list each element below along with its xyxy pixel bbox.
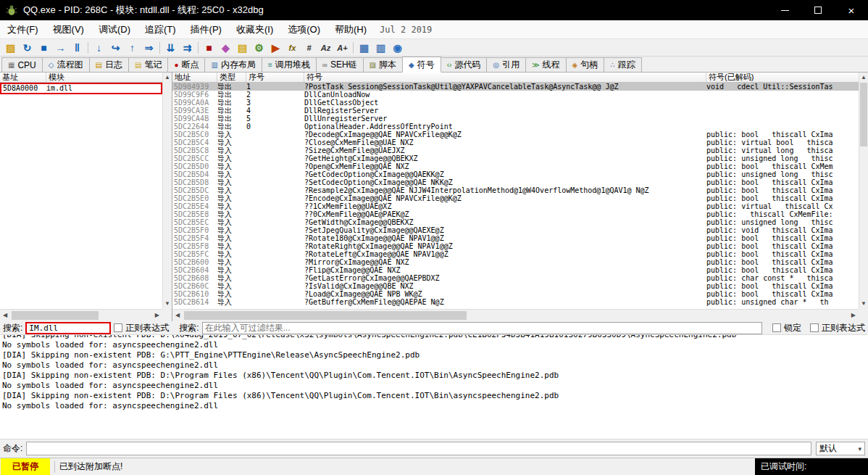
stop-icon[interactable]: ■: [36, 41, 52, 55]
symbol-row[interactable]: 5DC2B60C导入?IsValid@CxImage@@QBE_NXZpubli…: [172, 282, 859, 290]
symbol-row[interactable]: 5DC2B5E0导入?Encode@CxImage@@QAE_NPAVCxFil…: [172, 194, 859, 202]
scroll-down-icon[interactable]: ▼: [163, 301, 172, 307]
symbol-row[interactable]: 5DC2B5C8导入?Size@CxMemFile@@UAEJXZpublic:…: [172, 146, 859, 154]
scroll-up-icon[interactable]: ▲: [163, 75, 172, 80]
symbol-row[interactable]: 5DC2B5CC导入?GetHeight@CxImage@@QBEKXZpubl…: [172, 154, 859, 162]
module-row[interactable]: 5D8A0000im.dll: [0, 83, 162, 94]
tab-threads[interactable]: ≫线程: [525, 57, 566, 72]
scroll-left-icon[interactable]: ◀: [3, 313, 7, 318]
symbols-col-symbol[interactable]: 符号: [304, 73, 706, 82]
case-icon[interactable]: Az: [317, 41, 334, 55]
menu-选项O[interactable]: 选项(O): [280, 20, 327, 38]
minimize-button[interactable]: [768, 0, 801, 20]
filter-regex-option[interactable]: 正则表达式: [810, 322, 865, 334]
tab-symbols[interactable]: ◆符号: [402, 57, 441, 73]
symbol-row[interactable]: 5DC2B5D0导入?Open@CxMemFile@@QAE_NXZpublic…: [172, 162, 859, 170]
symbol-row[interactable]: 5DC2B614导入?GetBuffer@CxMemFile@@QAEPAE_N…: [172, 298, 859, 306]
memory-grid-icon[interactable]: ▦: [356, 41, 372, 55]
patches-icon[interactable]: ◆: [217, 41, 234, 55]
symbol-row[interactable]: 5D99CA4B导出5DllUnregisterServer: [172, 115, 859, 123]
symbols-col-ordinal[interactable]: 序号: [246, 73, 304, 82]
tab-seh[interactable]: ∞SEH链: [316, 57, 364, 72]
modules-hscrollbar[interactable]: ◀ ▶: [0, 309, 162, 321]
tab-breakpoints[interactable]: ●断点: [167, 57, 205, 72]
step-over-icon[interactable]: ↪: [107, 41, 124, 55]
lock-option[interactable]: 锁定: [772, 322, 801, 334]
maximize-button[interactable]: [801, 0, 835, 20]
symbol-row[interactable]: 5DC2B5D4导入?GetCodecOption@CxImage@@QAEKK…: [172, 170, 859, 178]
symbols-col-address[interactable]: 地址: [172, 73, 217, 82]
symbol-row[interactable]: 5D99CA0A导出3DllGetClassObject: [172, 99, 859, 107]
tab-notes[interactable]: ▤笔记: [128, 57, 168, 72]
restart-icon[interactable]: ↻: [19, 41, 36, 55]
symbol-row[interactable]: 5DC2B600导入?Mirror@CxImage@@QAE_NXZpublic…: [172, 258, 859, 266]
symbol-row[interactable]: 5DC2B604导入?Flip@CxImage@@QAE_NXZpublic: …: [172, 266, 859, 274]
command-input[interactable]: [26, 442, 811, 455]
symbol-row[interactable]: 5DC2B5FC导入?RotateLeft@CxImage@@QAE_NPAV1…: [172, 250, 859, 258]
modules-col-module[interactable]: 模块: [46, 73, 172, 82]
close-button[interactable]: ×: [835, 0, 868, 20]
symbols-col-type[interactable]: 类型: [217, 73, 246, 82]
stack-grid-icon[interactable]: ▥: [372, 41, 389, 55]
checkbox-icon[interactable]: [114, 323, 122, 332]
symbols-hscrollbar[interactable]: ◀ ▶: [172, 309, 859, 321]
scroll-thumb[interactable]: [860, 83, 867, 146]
hash-icon[interactable]: #: [301, 41, 317, 55]
tab-call-stack[interactable]: ≡调用堆栈: [262, 57, 317, 72]
settings-gears-icon[interactable]: ⚙: [251, 41, 267, 55]
symbol-row[interactable]: 5DC2B5F8导入?RotateRight@CxImage@@QAE_NPAV…: [172, 242, 859, 250]
font-icon[interactable]: A+: [334, 41, 351, 55]
menu-帮助H[interactable]: 帮助(H): [327, 20, 374, 38]
checkbox-icon[interactable]: [772, 323, 781, 332]
symbol-row[interactable]: 5DC2B608导入?GetLastError@CxImage@@QAEPBDX…: [172, 274, 859, 282]
scroll-down-icon[interactable]: ▼: [859, 301, 868, 307]
symbol-row[interactable]: 5DC2B5D8导入?SetCodecOption@CxImage@@QAE_N…: [172, 178, 859, 186]
breakpoint-icon[interactable]: ■: [201, 41, 217, 55]
scroll-right-icon[interactable]: ▶: [155, 313, 159, 318]
menu-插件P[interactable]: 插件(P): [183, 20, 229, 38]
symbol-log[interactable]: [DIA] Skipping non-existent PDB: D:\x64d…: [0, 335, 868, 439]
menu-收藏夹I[interactable]: 收藏夹(I): [229, 20, 280, 38]
modules-col-base[interactable]: 基址: [0, 73, 46, 82]
filter-search-input[interactable]: [202, 322, 762, 334]
run-icon[interactable]: →: [52, 41, 69, 55]
step-into-icon[interactable]: ↓: [91, 41, 107, 55]
run-to-user-code-icon[interactable]: ⇒: [141, 41, 157, 55]
symbol-row[interactable]: 5DC2B610导入?Load@CxImage@@QAE_NPB_WK@Zpub…: [172, 290, 859, 298]
scroll-up-icon[interactable]: ▲: [859, 75, 868, 80]
symbol-row[interactable]: 5DC2B5EC导入?GetWidth@CxImage@@QBEKXZpubli…: [172, 218, 859, 226]
module-regex-option[interactable]: 正则表达式: [114, 322, 169, 334]
symbol-row[interactable]: 5DC2B5F0导入?SetJpegQuality@CxImage@@QAEXE…: [172, 226, 859, 234]
tab-memory-map[interactable]: ▥内存布局: [204, 57, 262, 72]
menu-追踪T[interactable]: 追踪(T): [138, 20, 183, 38]
open-file-icon[interactable]: ▨: [2, 41, 19, 55]
scroll-left-icon[interactable]: ◀: [175, 313, 180, 318]
animate-into-icon[interactable]: ⇊: [162, 41, 179, 55]
tab-source[interactable]: ‹›源代码: [441, 57, 488, 72]
symbol-row[interactable]: 5DC2B5DC导入?Resample2@CxImage@@QAE_NJJW4I…: [172, 186, 859, 194]
scroll-right-icon[interactable]: ▶: [851, 313, 856, 318]
sound-icon[interactable]: ◉: [389, 41, 406, 55]
fx-icon[interactable]: fx: [284, 41, 301, 55]
menu-调试D[interactable]: 调试(D): [91, 20, 138, 38]
tab-graph[interactable]: ◇流程图: [42, 57, 90, 72]
symbol-row[interactable]: 5DC2B5F4导入?Rotate180@CxImage@@QAE_NPAV1@…: [172, 234, 859, 242]
symbol-row[interactable]: 5DC2B5C0导入?Decode@CxImage@@QAE_NPAVCxFil…: [172, 131, 859, 139]
symbol-row[interactable]: 5D984939导出1?PostTask_Session@SessionTask…: [172, 83, 859, 91]
symbol-row[interactable]: 5DC2B5E8导入??0CxMemFile@@QAE@PAEK@Zpublic…: [172, 210, 859, 218]
module-search-input[interactable]: [25, 322, 111, 334]
menu-视图V[interactable]: 视图(V): [46, 20, 91, 38]
tab-references[interactable]: ◎引用: [486, 57, 526, 72]
symbol-row[interactable]: 5D99C9F6导出2DllCanUnloadNow: [172, 91, 859, 99]
pause-icon[interactable]: ‖: [69, 41, 85, 55]
menu-文件F[interactable]: 文件(F): [0, 20, 46, 38]
notes-icon[interactable]: ▤: [234, 41, 251, 55]
tab-handles[interactable]: ◈句柄: [566, 57, 605, 72]
symbol-row[interactable]: 5D99CA3E导出4DllRegisterServer: [172, 107, 859, 115]
symbol-row[interactable]: 5DC2B5E4导入??1CxMemFile@@UAE@XZpublic: vi…: [172, 202, 859, 210]
symbols-vscrollbar[interactable]: ▲ ▼: [859, 73, 868, 309]
tab-script[interactable]: ▨脚本: [363, 57, 403, 72]
tab-cpu[interactable]: ▦CPU: [1, 57, 43, 72]
symbol-row[interactable]: 5DC22644导出0OptionalHeader.AddressOfEntry…: [172, 123, 859, 131]
tab-trace[interactable]: ∴跟踪: [604, 57, 641, 72]
